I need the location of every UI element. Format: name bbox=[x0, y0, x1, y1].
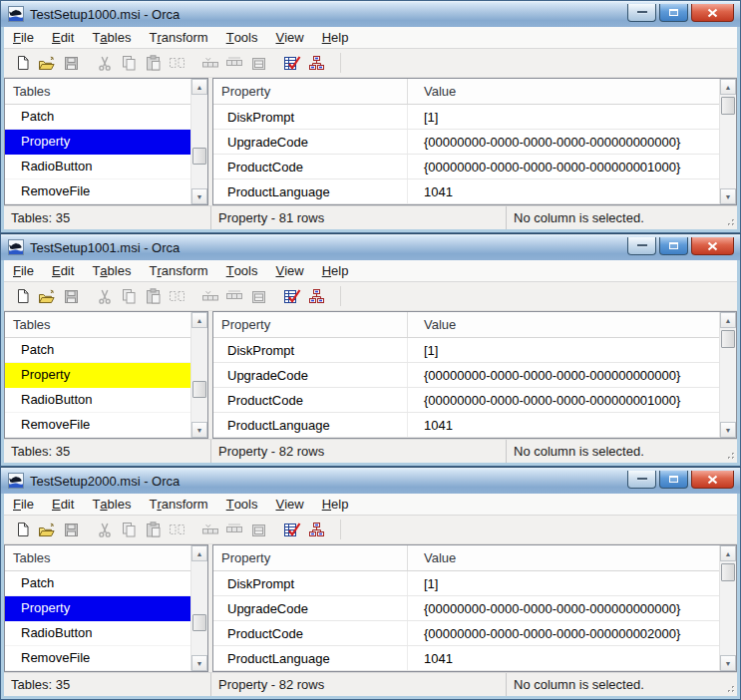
table-item-removefile[interactable]: RemoveFile bbox=[5, 413, 190, 438]
property-column-header[interactable]: Property bbox=[213, 312, 408, 337]
scroll-down-icon[interactable]: ▼ bbox=[720, 655, 736, 671]
table-item-removefile[interactable]: RemoveFile bbox=[5, 646, 190, 671]
tables-column-header[interactable]: Tables bbox=[5, 545, 190, 571]
table-item-radiobutton[interactable]: RadioButton bbox=[5, 155, 190, 179]
menu-item-tools[interactable]: Tools bbox=[217, 494, 267, 515]
scroll-thumb[interactable] bbox=[721, 330, 735, 348]
open-button[interactable] bbox=[35, 285, 59, 308]
menu-item-transform[interactable]: Transform bbox=[140, 27, 216, 48]
value-column-header[interactable]: Value bbox=[408, 79, 719, 104]
new-button[interactable] bbox=[11, 285, 35, 308]
validate-button[interactable] bbox=[280, 519, 304, 541]
scroll-up-icon[interactable]: ▲ bbox=[191, 79, 207, 95]
table-row[interactable]: ProductCode{00000000-0000-0000-0000-0000… bbox=[213, 621, 719, 646]
tables-scrollbar[interactable]: ▲ ▼ bbox=[190, 312, 207, 438]
summary-info-button[interactable] bbox=[304, 519, 328, 541]
menu-item-file[interactable]: File bbox=[4, 494, 43, 515]
menu-item-edit[interactable]: Edit bbox=[43, 494, 83, 515]
scroll-thumb[interactable] bbox=[721, 563, 735, 581]
scroll-thumb[interactable] bbox=[192, 148, 206, 165]
table-row[interactable]: ProductLanguage1041 bbox=[213, 179, 719, 204]
tables-column-header[interactable]: Tables bbox=[5, 79, 190, 105]
summary-info-button[interactable] bbox=[304, 52, 328, 75]
menu-item-transform[interactable]: Transform bbox=[140, 260, 216, 281]
tables-column-header[interactable]: Tables bbox=[5, 312, 190, 338]
scroll-track[interactable] bbox=[191, 328, 207, 422]
table-row[interactable]: DiskPrompt[1] bbox=[213, 571, 719, 596]
table-item-patch[interactable]: Patch bbox=[5, 105, 190, 130]
scroll-up-icon[interactable]: ▲ bbox=[720, 545, 736, 561]
validate-button[interactable] bbox=[280, 52, 304, 75]
close-button[interactable] bbox=[691, 237, 734, 255]
title-bar[interactable]: TestSetup1001.msi - Orca bbox=[1, 234, 740, 260]
table-item-radiobutton[interactable]: RadioButton bbox=[5, 388, 190, 413]
menu-item-help[interactable]: Help bbox=[313, 260, 358, 281]
menu-item-edit[interactable]: Edit bbox=[43, 27, 83, 48]
menu-item-view[interactable]: View bbox=[267, 494, 313, 515]
menu-item-tables[interactable]: Tables bbox=[83, 27, 140, 48]
scroll-up-icon[interactable]: ▲ bbox=[720, 312, 736, 328]
menu-item-view[interactable]: View bbox=[267, 27, 313, 48]
scroll-up-icon[interactable]: ▲ bbox=[191, 545, 207, 561]
table-row[interactable]: ProductLanguage1041 bbox=[213, 646, 719, 671]
table-row[interactable]: ProductLanguage1041 bbox=[213, 413, 719, 438]
title-bar[interactable]: TestSetup2000.msi - Orca bbox=[1, 468, 740, 494]
menu-item-edit[interactable]: Edit bbox=[43, 260, 83, 281]
table-row[interactable]: ProductCode{00000000-0000-0000-0000-0000… bbox=[213, 155, 719, 179]
minimize-button[interactable] bbox=[627, 4, 656, 22]
menu-item-tables[interactable]: Tables bbox=[83, 494, 140, 515]
new-button[interactable] bbox=[11, 519, 35, 541]
tables-scrollbar[interactable]: ▲ ▼ bbox=[190, 545, 207, 671]
menu-item-file[interactable]: File bbox=[4, 27, 43, 48]
title-bar[interactable]: TestSetup1000.msi - Orca bbox=[1, 1, 740, 27]
menu-item-help[interactable]: Help bbox=[313, 494, 358, 515]
scroll-thumb[interactable] bbox=[721, 97, 735, 115]
table-item-radiobutton[interactable]: RadioButton bbox=[5, 621, 190, 646]
table-item-property[interactable]: Property bbox=[5, 596, 190, 621]
new-button[interactable] bbox=[11, 52, 35, 75]
property-column-header[interactable]: Property bbox=[213, 545, 408, 570]
maximize-button[interactable] bbox=[659, 471, 688, 489]
resize-grip[interactable] bbox=[723, 673, 737, 696]
minimize-button[interactable] bbox=[627, 471, 656, 489]
table-row[interactable]: UpgradeCode{00000000-0000-0000-0000-0000… bbox=[213, 130, 719, 155]
value-column-header[interactable]: Value bbox=[408, 312, 719, 337]
scroll-track[interactable] bbox=[720, 328, 736, 422]
open-button[interactable] bbox=[35, 52, 59, 75]
table-row[interactable]: UpgradeCode{00000000-0000-0000-0000-0000… bbox=[213, 596, 719, 621]
scroll-down-icon[interactable]: ▼ bbox=[720, 422, 736, 438]
table-row[interactable]: ProductCode{00000000-0000-0000-0000-0000… bbox=[213, 388, 719, 413]
table-item-patch[interactable]: Patch bbox=[5, 338, 190, 363]
menu-item-tables[interactable]: Tables bbox=[83, 260, 140, 281]
table-item-property[interactable]: Property bbox=[5, 130, 190, 155]
scroll-down-icon[interactable]: ▼ bbox=[720, 188, 736, 204]
scroll-down-icon[interactable]: ▼ bbox=[191, 188, 207, 204]
validate-button[interactable] bbox=[280, 285, 304, 308]
close-button[interactable] bbox=[691, 4, 734, 22]
detail-scrollbar[interactable]: ▲ ▼ bbox=[719, 79, 736, 204]
maximize-button[interactable] bbox=[659, 237, 688, 255]
scroll-thumb[interactable] bbox=[192, 614, 206, 631]
menu-item-tools[interactable]: Tools bbox=[217, 260, 267, 281]
scroll-down-icon[interactable]: ▼ bbox=[191, 422, 207, 438]
scroll-track[interactable] bbox=[191, 561, 207, 655]
tables-scrollbar[interactable]: ▲ ▼ bbox=[190, 79, 207, 204]
table-row[interactable]: DiskPrompt[1] bbox=[213, 338, 719, 363]
minimize-button[interactable] bbox=[627, 237, 656, 255]
scroll-up-icon[interactable]: ▲ bbox=[191, 312, 207, 328]
table-item-property[interactable]: Property bbox=[5, 363, 190, 388]
menu-item-tools[interactable]: Tools bbox=[217, 27, 267, 48]
scroll-track[interactable] bbox=[191, 95, 207, 188]
scroll-up-icon[interactable]: ▲ bbox=[720, 79, 736, 95]
table-row[interactable]: UpgradeCode{00000000-0000-0000-0000-0000… bbox=[213, 363, 719, 388]
open-button[interactable] bbox=[35, 519, 59, 541]
table-item-removefile[interactable]: RemoveFile bbox=[5, 179, 190, 204]
detail-scrollbar[interactable]: ▲ ▼ bbox=[719, 545, 736, 671]
resize-grip[interactable] bbox=[723, 440, 737, 463]
scroll-down-icon[interactable]: ▼ bbox=[191, 655, 207, 671]
value-column-header[interactable]: Value bbox=[408, 545, 719, 570]
scroll-thumb[interactable] bbox=[192, 381, 206, 398]
table-row[interactable]: DiskPrompt[1] bbox=[213, 105, 719, 130]
resize-grip[interactable] bbox=[723, 206, 737, 229]
menu-item-file[interactable]: File bbox=[4, 260, 43, 281]
